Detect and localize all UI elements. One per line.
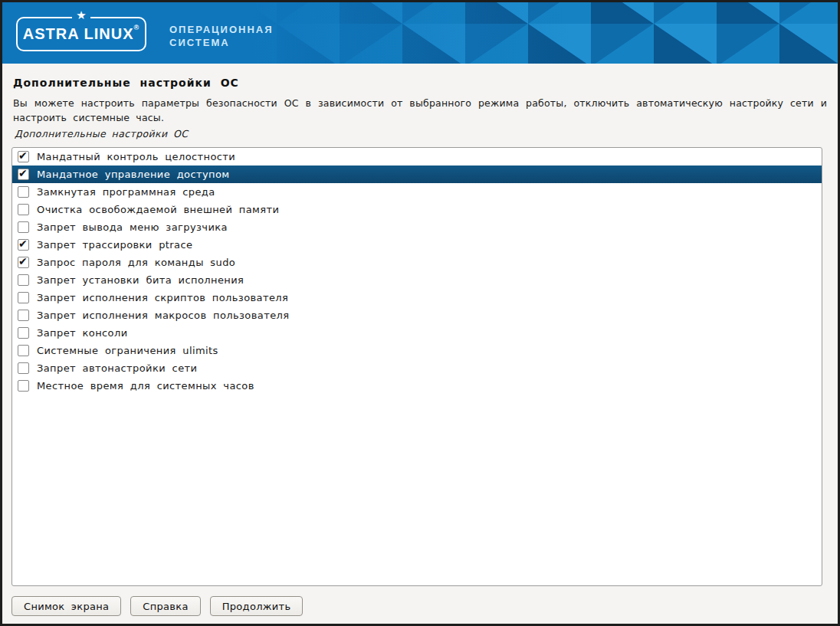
checkmark-icon: ✔ — [18, 255, 28, 267]
list-item-label: Запрет трассировки ptrace — [37, 239, 192, 251]
page-description: Вы можете настроить параметры безопаснос… — [13, 96, 827, 125]
list-item[interactable]: Запрет автонастройки сети — [12, 359, 822, 377]
checkbox-unchecked-icon[interactable] — [18, 310, 29, 321]
registered-mark: ® — [134, 24, 140, 31]
list-item-label: Запрет автонастройки сети — [37, 362, 197, 374]
page-title: Дополнительные настройки ОС — [13, 77, 827, 89]
installer-window: ★ ASTRA LINUX® ОПЕРАЦИОННАЯ СИСТЕМА Допо… — [0, 0, 840, 626]
list-item[interactable]: ✔Запрет трассировки ptrace — [12, 236, 822, 254]
list-item-label: Местное время для системных часов — [37, 380, 254, 392]
checkbox-checked-icon[interactable]: ✔ — [18, 239, 29, 251]
checkbox-unchecked-icon[interactable] — [18, 292, 29, 303]
list-item-label: Очистка освобождаемой внешней памяти — [37, 204, 279, 215]
list-item[interactable]: Запрет исполнения скриптов пользователя — [12, 289, 822, 306]
brand-line2: СИСТЕМА — [169, 36, 274, 49]
list-item-label: Мандатное управление доступом — [37, 169, 229, 180]
list-item-label: Замкнутая программная среда — [37, 186, 215, 198]
continue-button[interactable]: Продолжить — [210, 596, 304, 616]
list-item-label: Запрет исполнения макросов пользователя — [37, 310, 289, 321]
list-item[interactable]: Местное время для системных часов — [12, 377, 822, 395]
list-item-label: Запрет вывода меню загрузчика — [37, 221, 228, 233]
list-item[interactable]: ✔Мандатный контроль целостности — [12, 148, 822, 166]
list-item[interactable]: Очистка освобождаемой внешней памяти — [12, 201, 822, 218]
checkbox-unchecked-icon[interactable] — [18, 221, 29, 233]
list-item-label: Запрет консоли — [37, 327, 128, 339]
brand-line1: ОПЕРАЦИОННАЯ — [169, 23, 274, 36]
list-item-label: Запрет установки бита исполнения — [37, 274, 244, 286]
screenshot-button[interactable]: Снимок экрана — [11, 596, 121, 616]
help-button[interactable]: Справка — [130, 596, 200, 616]
astra-linux-logo: ★ ASTRA LINUX® — [16, 17, 146, 51]
list-item[interactable]: Запрет исполнения макросов пользователя — [12, 306, 822, 324]
list-item[interactable]: ✔Запрос пароля для команды sudo — [12, 254, 822, 271]
list-item[interactable]: ✔Мандатное управление доступом — [12, 166, 822, 183]
list-item[interactable]: Запрет установки бита исполнения — [12, 271, 822, 289]
list-item[interactable]: Запрет вывода меню загрузчика — [12, 218, 822, 236]
settings-listbox: ✔Мандатный контроль целостности✔Мандатно… — [11, 147, 822, 586]
brand-text: ОПЕРАЦИОННАЯ СИСТЕМА — [169, 23, 274, 49]
footer-bar: Снимок экрана Справка Продолжить — [11, 596, 822, 616]
checkmark-icon: ✔ — [18, 238, 28, 250]
checkmark-icon: ✔ — [18, 167, 28, 179]
checkbox-checked-icon[interactable]: ✔ — [18, 169, 29, 180]
star-icon: ★ — [76, 10, 86, 21]
checkbox-unchecked-icon[interactable] — [18, 380, 29, 392]
checkbox-unchecked-icon[interactable] — [18, 186, 29, 198]
page-subtitle: Дополнительные настройки ОС — [15, 128, 827, 139]
checkbox-unchecked-icon[interactable] — [18, 274, 29, 286]
checkbox-unchecked-icon[interactable] — [18, 362, 29, 374]
checkbox-unchecked-icon[interactable] — [18, 327, 29, 339]
list-item-label: Запрос пароля для команды sudo — [37, 257, 235, 268]
checkbox-unchecked-icon[interactable] — [18, 345, 29, 356]
checkbox-checked-icon[interactable]: ✔ — [18, 151, 29, 162]
list-item-label: Мандатный контроль целостности — [37, 151, 235, 162]
list-item[interactable]: Системные ограничения ulimits — [12, 342, 822, 359]
list-item[interactable]: Замкнутая программная среда — [12, 183, 822, 201]
list-item-label: Запрет исполнения скриптов пользователя — [37, 292, 288, 303]
logo-text: ASTRA LINUX® — [23, 25, 139, 43]
list-item-label: Системные ограничения ulimits — [37, 345, 218, 356]
list-item[interactable]: Запрет консоли — [12, 324, 822, 342]
header-banner: ★ ASTRA LINUX® ОПЕРАЦИОННАЯ СИСТЕМА — [2, 2, 838, 64]
checkbox-unchecked-icon[interactable] — [18, 204, 29, 215]
checkmark-icon: ✔ — [18, 149, 28, 162]
checkbox-checked-icon[interactable]: ✔ — [18, 257, 29, 268]
